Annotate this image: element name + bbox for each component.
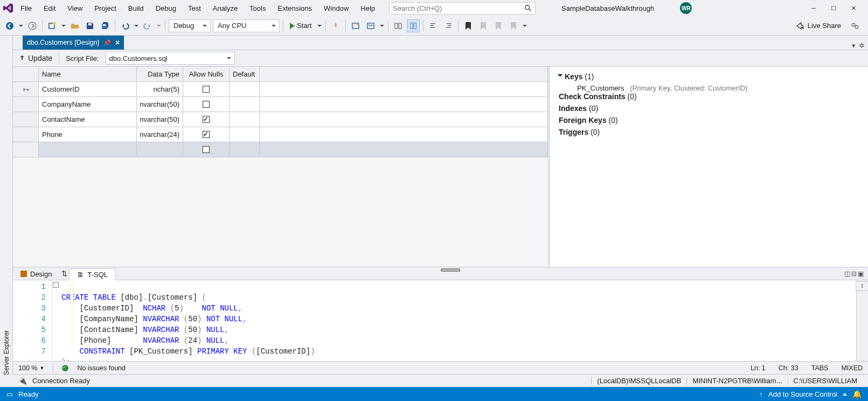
split-handle[interactable]: ↕	[856, 281, 868, 291]
nav-forward-button[interactable]	[26, 19, 39, 32]
update-button[interactable]: Update	[18, 54, 52, 63]
menu-test[interactable]: Test	[183, 2, 206, 15]
maximize-pane-icon[interactable]: ▣	[858, 270, 865, 278]
notifications-icon[interactable]: 🔔	[852, 390, 862, 398]
split-h-icon[interactable]: ◫	[844, 270, 851, 278]
tab-design[interactable]: Design	[13, 268, 59, 279]
table-row[interactable]: ContactNamenvarchar(50)	[13, 112, 548, 127]
cell-type[interactable]: nchar(5)	[137, 82, 183, 96]
indent-right-icon[interactable]	[442, 19, 455, 32]
splitter-handle[interactable]	[441, 268, 460, 272]
cell-default[interactable]	[230, 127, 260, 142]
web-essentials-icon[interactable]	[364, 19, 377, 32]
next-bookmark-icon[interactable]	[492, 19, 505, 32]
save-all-button[interactable]	[99, 19, 112, 32]
menu-project[interactable]: Project	[89, 2, 121, 15]
foreign-keys-item[interactable]: Foreign Keys (0)	[559, 116, 859, 125]
undo-button[interactable]	[119, 19, 131, 32]
start-debug-button[interactable]: Start	[287, 19, 315, 32]
col-header-default[interactable]: Default	[230, 67, 260, 81]
checkbox[interactable]	[203, 86, 210, 93]
cell-type[interactable]: nvarchar(24)	[137, 127, 183, 142]
hot-reload-icon[interactable]	[329, 19, 342, 32]
feedback-icon[interactable]	[851, 22, 859, 30]
new-project-button[interactable]	[46, 19, 59, 32]
new-project-dropdown[interactable]	[61, 23, 66, 29]
server-explorer-tab[interactable]: Server Explorer	[0, 36, 13, 375]
table-row[interactable]: 🗝CustomerIDnchar(5)	[13, 82, 548, 97]
indexes-item[interactable]: Indexes (0)	[559, 104, 859, 113]
menu-analyze[interactable]: Analyze	[207, 2, 243, 15]
fold-icon[interactable]: −	[53, 282, 59, 288]
cell-nulls[interactable]	[183, 127, 230, 142]
show-all-files-icon[interactable]	[392, 19, 405, 32]
checkbox[interactable]	[203, 101, 210, 108]
menu-help[interactable]: Help	[355, 2, 380, 15]
save-button[interactable]	[84, 19, 96, 32]
redo-button[interactable]	[141, 19, 154, 32]
doc-tab-customers[interactable]: dbo.Customers [Design] 📌 ×	[23, 36, 124, 50]
col-header-name[interactable]: Name	[39, 67, 137, 81]
search-input[interactable]	[393, 4, 524, 12]
cell-name[interactable]: ContactName	[39, 112, 137, 127]
cell-name[interactable]: Phone	[39, 127, 137, 142]
checkbox[interactable]	[203, 146, 210, 153]
undo-dropdown[interactable]	[134, 23, 139, 29]
toolbar-overflow[interactable]	[522, 23, 527, 29]
menu-build[interactable]: Build	[123, 2, 149, 15]
platform-dropdown[interactable]: Any CPU	[213, 19, 280, 32]
table-row[interactable]: Phonenvarchar(24)	[13, 127, 548, 142]
cell-name[interactable]: CompanyName	[39, 97, 137, 112]
web-dropdown[interactable]	[379, 23, 385, 29]
zoom-dropdown[interactable]: 100 % ▼	[18, 364, 44, 372]
browser-link-icon[interactable]	[349, 19, 362, 32]
nav-back-button[interactable]	[3, 19, 16, 32]
pk-item[interactable]: PK_Customers (Primary Key, Clustered: Cu…	[577, 84, 859, 92]
split-v-icon[interactable]: ⊟	[851, 270, 858, 278]
expand-icon[interactable]	[558, 74, 563, 77]
col-header-type[interactable]: Data Type	[137, 67, 183, 81]
menu-file[interactable]: File	[15, 2, 37, 15]
checkbox[interactable]	[203, 131, 210, 138]
menu-tools[interactable]: Tools	[244, 2, 271, 15]
table-row[interactable]: CompanyNamenvarchar(50)	[13, 97, 548, 112]
prev-bookmark-icon[interactable]	[477, 19, 490, 32]
menu-window[interactable]: Window	[318, 2, 354, 15]
menu-extensions[interactable]: Extensions	[272, 2, 317, 15]
check-constraints-item[interactable]: Check Constraints (0)	[559, 92, 859, 101]
cell-type[interactable]: nvarchar(50)	[137, 112, 183, 127]
bookmark-icon[interactable]	[462, 19, 475, 32]
cell-default[interactable]	[230, 82, 260, 96]
open-button[interactable]	[68, 19, 81, 32]
tab-overflow-icon[interactable]: ▾	[852, 42, 856, 50]
indent-mode[interactable]: TABS	[811, 364, 829, 372]
chevron-up-icon[interactable]	[843, 393, 847, 396]
user-avatar[interactable]: WR	[680, 2, 692, 14]
redo-dropdown[interactable]	[156, 23, 162, 29]
script-file-dropdown[interactable]: dbo.Customers.sql	[106, 52, 235, 65]
window-maximize-icon[interactable]: ☐	[831, 5, 836, 12]
checkbox[interactable]	[203, 116, 210, 123]
cell-name[interactable]: CustomerID	[39, 82, 137, 96]
swap-icon[interactable]: ⇅	[59, 269, 69, 278]
source-control-button[interactable]: Add to Source Control	[768, 390, 837, 398]
table-row-new[interactable]	[13, 142, 548, 157]
tsql-editor[interactable]: 1234567 − CREATE TABLE [dbo].[Customers]…	[13, 280, 868, 361]
menu-debug[interactable]: Debug	[150, 2, 182, 15]
search-box[interactable]	[389, 2, 536, 15]
window-minimize-icon[interactable]: ─	[811, 5, 816, 12]
vertical-scrollbar[interactable]	[856, 280, 868, 361]
cell-nulls[interactable]	[183, 97, 230, 112]
start-dropdown[interactable]	[317, 23, 322, 29]
pin-icon[interactable]: 📌	[103, 39, 111, 46]
columns-grid[interactable]: Name Data Type Allow Nulls Default 🗝Cust…	[13, 67, 548, 267]
indent-left-icon[interactable]	[427, 19, 440, 32]
line-endings[interactable]: MIXED	[841, 364, 863, 372]
cell-type[interactable]: nvarchar(50)	[137, 97, 183, 112]
properties-icon[interactable]	[407, 19, 420, 32]
tab-settings-icon[interactable]: ✲	[859, 42, 865, 50]
cell-nulls[interactable]	[183, 82, 230, 96]
nav-back-dropdown[interactable]	[18, 23, 24, 29]
col-header-nulls[interactable]: Allow Nulls	[183, 67, 230, 81]
cell-default[interactable]	[230, 112, 260, 127]
